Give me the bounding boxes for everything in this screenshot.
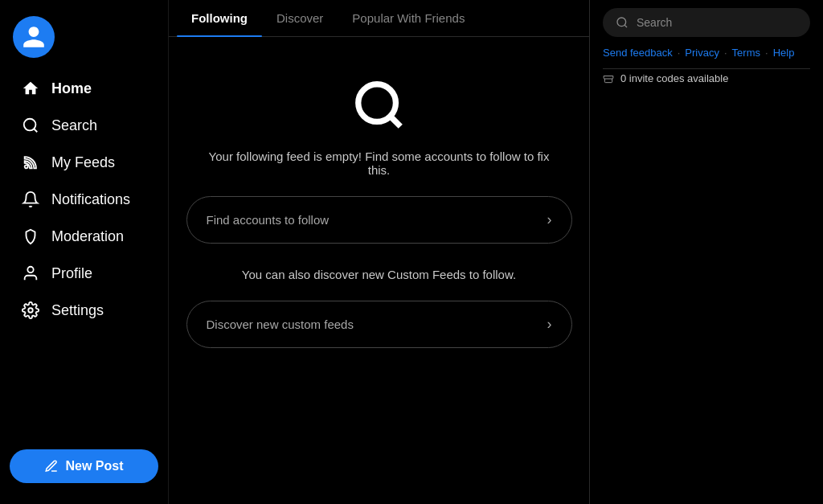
sidebar-item-label: Home [51, 80, 92, 97]
svg-line-8 [624, 25, 627, 27]
search-box-icon [616, 16, 629, 29]
search-icon [21, 116, 40, 135]
svg-line-1 [34, 129, 37, 132]
sidebar-item-my-feeds[interactable]: My Feeds [5, 145, 163, 180]
compose-icon [44, 459, 59, 473]
send-feedback-link[interactable]: Send feedback [603, 47, 673, 59]
right-sidebar: Send feedback · Privacy · Terms · Help 0… [590, 0, 823, 504]
user-avatar-icon [21, 24, 47, 50]
sidebar-item-label: Notifications [51, 191, 130, 208]
separator: · [724, 47, 727, 59]
chevron-right-icon: › [547, 316, 552, 333]
profile-icon [21, 264, 40, 283]
svg-point-3 [27, 267, 33, 272]
feed-content: Your following feed is empty! Find some … [169, 37, 589, 504]
sidebar: Home Search My Feeds [0, 0, 169, 504]
avatar-container [0, 8, 168, 71]
separator: · [765, 47, 768, 59]
svg-point-2 [25, 165, 28, 168]
svg-point-7 [617, 18, 626, 27]
moderation-icon [21, 227, 40, 246]
ticket-icon [603, 73, 614, 84]
sidebar-item-notifications[interactable]: Notifications [5, 182, 163, 217]
svg-line-6 [390, 117, 400, 127]
svg-point-5 [358, 84, 395, 122]
tab-discover[interactable]: Discover [262, 0, 338, 36]
avatar[interactable] [13, 16, 55, 58]
feeds-icon [21, 153, 40, 172]
svg-point-4 [28, 308, 33, 313]
search-box[interactable] [603, 8, 810, 37]
sidebar-item-label: Search [51, 117, 97, 134]
empty-state-icon [351, 77, 407, 133]
search-input[interactable] [637, 16, 797, 29]
separator: · [678, 47, 681, 59]
tab-following[interactable]: Following [177, 0, 262, 36]
discover-feeds-button[interactable]: Discover new custom feeds › [186, 301, 572, 348]
sidebar-item-label: Moderation [51, 228, 124, 245]
terms-link[interactable]: Terms [732, 47, 760, 59]
sidebar-item-home[interactable]: Home [5, 71, 163, 106]
sidebar-item-moderation[interactable]: Moderation [5, 219, 163, 254]
sidebar-item-settings[interactable]: Settings [5, 293, 163, 328]
privacy-link[interactable]: Privacy [685, 47, 719, 59]
home-icon [21, 79, 40, 98]
invite-codes: 0 invite codes available [603, 68, 810, 84]
footer-links: Send feedback · Privacy · Terms · Help [603, 47, 810, 59]
sidebar-item-label: Settings [51, 302, 104, 319]
sidebar-item-label: Profile [51, 265, 92, 282]
sidebar-item-label: My Feeds [51, 154, 115, 171]
chevron-right-icon: › [547, 211, 552, 228]
main-content: Following Discover Popular With Friends … [169, 0, 590, 504]
new-post-button[interactable]: New Post [10, 449, 158, 483]
sidebar-item-profile[interactable]: Profile [5, 256, 163, 291]
nav-items: Home Search My Feeds [0, 71, 168, 436]
settings-icon [21, 301, 40, 320]
tab-popular-with-friends[interactable]: Popular With Friends [338, 0, 479, 36]
tabs-bar: Following Discover Popular With Friends [169, 0, 589, 37]
find-accounts-button[interactable]: Find accounts to follow › [186, 196, 572, 244]
svg-point-0 [24, 119, 36, 131]
help-link[interactable]: Help [773, 47, 795, 59]
empty-feed-message: Your following feed is empty! Find some … [201, 150, 557, 177]
sidebar-item-search[interactable]: Search [5, 108, 163, 143]
bell-icon [21, 190, 40, 209]
custom-feeds-message: You can also discover new Custom Feeds t… [242, 268, 516, 281]
